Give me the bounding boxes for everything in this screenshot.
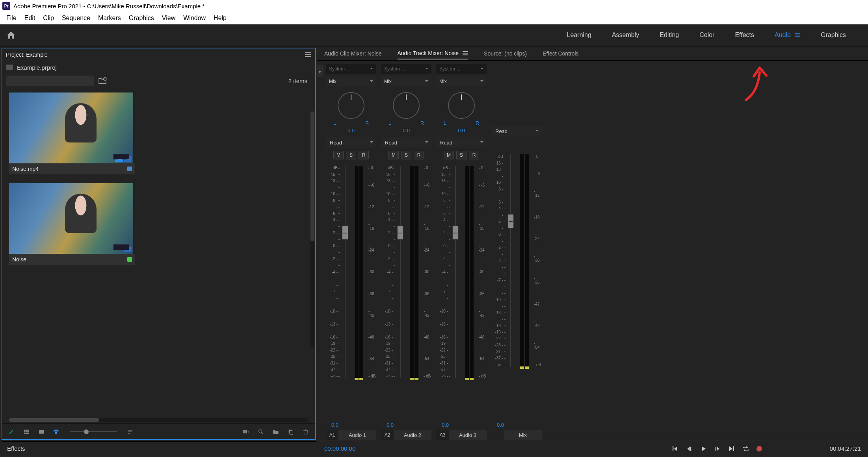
channel-input-dropdown[interactable]: System ...	[436, 64, 487, 74]
volume-fader-track[interactable]	[505, 154, 517, 367]
tab-effect-controls[interactable]: Effect Controls	[543, 48, 579, 59]
automation-mode-dropdown[interactable]: Read	[326, 137, 376, 148]
mute-button[interactable]: M	[388, 151, 399, 159]
fader-value[interactable]: 0.0	[387, 422, 394, 428]
tab-source[interactable]: Source: (no clips)	[484, 48, 527, 59]
channel-input-dropdown[interactable]: System ...	[326, 64, 376, 74]
new-bin-icon[interactable]	[98, 77, 107, 84]
channel-input-dropdown[interactable]: System ...	[381, 64, 431, 74]
media-thumbnail[interactable]: ▭∿	[9, 93, 133, 163]
solo-button[interactable]: S	[401, 151, 411, 159]
channel-output-dropdown[interactable]: Mix	[436, 76, 487, 87]
menu-sequence[interactable]: Sequence	[58, 13, 94, 23]
pan-value[interactable]: 0.0	[403, 128, 410, 133]
freeform-view-icon[interactable]	[52, 429, 60, 435]
media-item[interactable]: ▭∿ Noise.mp4	[9, 93, 135, 174]
home-icon[interactable]	[6, 30, 16, 40]
step-back-icon[interactable]	[686, 445, 693, 452]
solo-button[interactable]: S	[346, 151, 356, 159]
thumbnail-zoom-slider[interactable]	[70, 431, 117, 432]
icon-view-icon[interactable]	[37, 429, 45, 435]
record-enable-button[interactable]: R	[414, 151, 424, 159]
fader-value[interactable]: 0.0	[442, 422, 449, 428]
automation-mode-dropdown[interactable]: Read	[436, 137, 487, 148]
mute-button[interactable]: M	[333, 151, 344, 159]
channel-name[interactable]: Audio 1	[338, 430, 376, 440]
workspace-assembly[interactable]: Assembly	[612, 31, 639, 39]
mixer-channel-master: Read dB15 -13 --10 -8 --6 -4 --2 --0 ---…	[489, 64, 544, 440]
expand-effects-sends-toggle[interactable]: ▸	[317, 65, 323, 77]
menu-graphics[interactable]: Graphics	[125, 13, 158, 23]
workspace-effects[interactable]: Effects	[735, 31, 754, 39]
workspace-graphics[interactable]: Graphics	[821, 31, 846, 39]
volume-fader-handle[interactable]	[507, 214, 514, 228]
automate-to-sequence-icon[interactable]	[242, 429, 250, 435]
media-thumbnail[interactable]: ≡	[9, 183, 133, 254]
workspace-learning[interactable]: Learning	[567, 31, 591, 39]
volume-fader-track[interactable]	[394, 166, 406, 378]
pan-knob[interactable]	[448, 92, 475, 119]
panel-menu-icon[interactable]	[305, 52, 311, 58]
menu-window[interactable]: Window	[179, 13, 210, 23]
project-horizontal-scrollbar[interactable]	[9, 418, 308, 422]
record-button[interactable]	[756, 446, 762, 451]
fader-value[interactable]: 0.0	[331, 422, 338, 428]
record-enable-button[interactable]: R	[469, 151, 479, 159]
volume-fader-handle[interactable]	[397, 226, 403, 240]
panel-menu-icon[interactable]	[463, 50, 468, 56]
new-item-icon[interactable]	[287, 429, 295, 435]
mute-button[interactable]: M	[444, 151, 454, 159]
list-view-icon[interactable]	[22, 429, 30, 435]
volume-fader-handle[interactable]	[342, 226, 348, 240]
automation-mode-dropdown[interactable]: Read	[381, 137, 431, 148]
record-enable-button[interactable]: R	[359, 151, 369, 159]
volume-fader-track[interactable]	[450, 166, 461, 378]
volume-fader-handle[interactable]	[452, 226, 459, 240]
channel-name[interactable]: Mix	[504, 430, 542, 440]
label-color-chip[interactable]	[127, 257, 132, 262]
workspace-color[interactable]: Color	[699, 31, 714, 39]
trash-icon[interactable]	[302, 429, 310, 435]
tab-audio-clip-mixer[interactable]: Audio Clip Mixer: Noise	[324, 48, 382, 59]
find-icon[interactable]	[257, 429, 265, 435]
menu-clip[interactable]: Clip	[39, 13, 58, 23]
pan-knob[interactable]	[338, 92, 364, 119]
new-bin-button-icon[interactable]	[272, 429, 280, 435]
effects-panel-tab[interactable]: Effects	[2, 441, 316, 455]
project-vertical-scrollbar[interactable]	[310, 111, 314, 348]
step-forward-icon[interactable]	[714, 445, 721, 452]
loop-icon[interactable]	[742, 445, 749, 452]
menu-file[interactable]: File	[2, 13, 20, 23]
workspace-editing[interactable]: Editing	[660, 31, 679, 39]
fader-value[interactable]: 0.0	[497, 422, 504, 428]
channel-output-dropdown[interactable]: Mix	[326, 76, 376, 87]
timecode-current[interactable]: 00:00:00:00	[324, 445, 355, 452]
channel-name[interactable]: Audio 2	[394, 430, 431, 440]
pan-knob[interactable]	[393, 92, 420, 119]
sort-icon[interactable]	[126, 429, 134, 435]
level-meter	[351, 166, 367, 380]
pan-value[interactable]: 0.0	[348, 128, 355, 133]
menu-help[interactable]: Help	[210, 13, 230, 23]
write-mode-icon[interactable]	[7, 429, 15, 435]
workspace-menu-icon[interactable]	[795, 32, 800, 38]
label-color-chip[interactable]	[127, 167, 132, 171]
workspace-audio[interactable]: Audio	[775, 31, 800, 39]
volume-fader-track[interactable]	[339, 166, 351, 378]
tab-audio-track-mixer[interactable]: Audio Track Mixer: Noise	[398, 48, 468, 59]
channel-name[interactable]: Audio 3	[449, 430, 487, 440]
search-input[interactable]	[6, 76, 94, 86]
go-to-in-point-icon[interactable]	[671, 445, 678, 452]
media-item[interactable]: ≡ Noise	[9, 183, 135, 265]
menu-edit[interactable]: Edit	[20, 13, 39, 23]
menu-view[interactable]: View	[158, 13, 179, 23]
svg-rect-34	[673, 446, 673, 451]
pan-value[interactable]: 0.0	[458, 128, 465, 133]
menu-markers[interactable]: Markers	[94, 13, 125, 23]
go-to-out-point-icon[interactable]	[728, 445, 735, 452]
svg-rect-5	[305, 56, 311, 57]
play-icon[interactable]	[700, 445, 707, 452]
solo-button[interactable]: S	[456, 151, 467, 159]
channel-output-dropdown[interactable]: Mix	[381, 76, 431, 87]
automation-mode-dropdown[interactable]: Read	[491, 126, 542, 136]
